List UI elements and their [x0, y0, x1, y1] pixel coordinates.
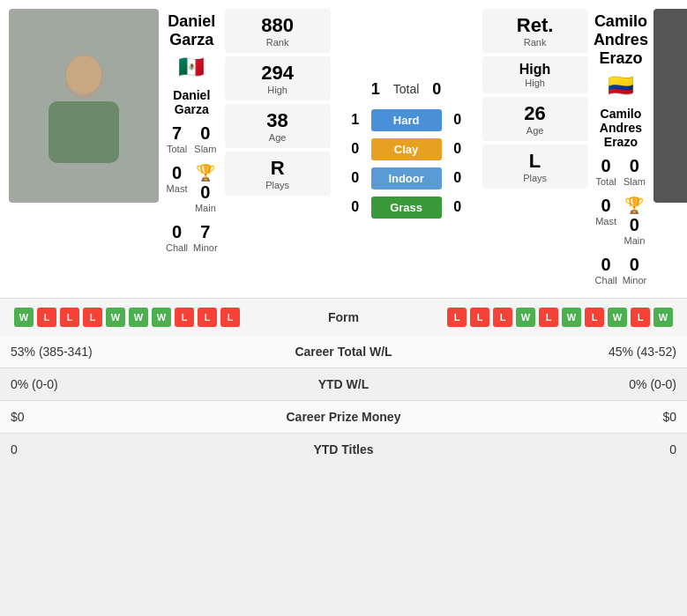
form-badge-right-2: L	[493, 308, 512, 327]
stat-right-0: 45% (43-52)	[446, 336, 687, 368]
right-rank-value: Ret.	[491, 14, 579, 37]
left-total-cell: 7 Total	[164, 120, 190, 158]
form-badge-right-5: W	[562, 308, 581, 327]
right-slam-label: Slam	[623, 176, 647, 187]
left-plays-stat: R Plays	[225, 152, 331, 196]
right-stats-grid: 0 Total 0 Slam 0 Mast 🏆 0 Main	[594, 152, 649, 289]
right-mast-cell: 0 Mast	[594, 192, 619, 249]
stat-left-3: 0	[0, 434, 241, 466]
right-slam-value: 0	[623, 156, 647, 176]
form-badge-left-3: L	[83, 308, 102, 327]
right-total-value: 0	[595, 156, 617, 176]
form-badge-left-7: L	[175, 308, 194, 327]
left-slam-cell: 0 Slam	[191, 120, 220, 158]
form-badge-left-4: W	[106, 308, 125, 327]
right-minor-label: Minor	[623, 275, 647, 286]
form-badge-right-0: L	[447, 308, 467, 327]
right-player-name: Camilo Andres Erazo	[594, 12, 649, 68]
stat-right-3: 0	[446, 434, 687, 466]
right-player-photo	[653, 9, 687, 203]
right-age-value: 26	[491, 102, 579, 125]
form-badge-left-8: L	[198, 308, 217, 327]
left-stats-grid: 7 Total 0 Slam 0 Mast 🏆 0 Main	[164, 120, 220, 256]
right-minor-cell: 0 Minor	[621, 251, 649, 289]
stat-label-0: Career Total W/L	[241, 336, 447, 368]
left-main-value: 0	[193, 182, 218, 203]
hard-button[interactable]: Hard	[371, 109, 442, 131]
grass-score-right: 0	[449, 199, 467, 215]
stats-table-row: $0 Career Prize Money $0	[0, 401, 687, 434]
right-total-label: Total	[595, 176, 617, 187]
left-rank-label: Rank	[234, 37, 322, 48]
form-badge-right-1: L	[470, 308, 489, 327]
left-player-name: Daniel Garza	[164, 12, 220, 49]
right-center-panel: Ret. Rank High High 26 Age L Plays	[482, 9, 588, 289]
indoor-score-left: 0	[347, 170, 364, 186]
right-rank-label: Rank	[491, 37, 579, 48]
right-high-value: High	[491, 62, 579, 78]
left-minor-value: 7	[193, 222, 218, 242]
indoor-button[interactable]: Indoor	[371, 167, 442, 189]
svg-rect-1	[49, 101, 119, 163]
left-mast-label: Mast	[166, 183, 188, 194]
total-score-right: 0	[428, 80, 445, 99]
left-chall-label: Chall	[166, 242, 188, 253]
left-chall-cell: 0 Chall	[164, 219, 190, 256]
stat-label-2: Career Prize Money	[241, 401, 447, 434]
left-high-value: 294	[234, 62, 322, 85]
left-player-flag: 🇲🇽	[178, 55, 205, 79]
left-chall-value: 0	[166, 222, 188, 242]
right-total-cell: 0 Total	[594, 152, 619, 190]
clay-score-left: 0	[347, 141, 364, 157]
right-age-stat: 26 Age	[482, 97, 588, 141]
form-label: Form	[309, 310, 379, 324]
form-badge-left-5: W	[129, 308, 148, 327]
total-score-left: 1	[367, 80, 385, 99]
form-badge-right-4: L	[539, 308, 558, 327]
total-label: Total	[393, 82, 420, 96]
right-minor-value: 0	[623, 255, 647, 275]
form-section: WLLLWWWLLL Form LLLWLWLWLW	[0, 298, 687, 336]
indoor-row: 0 Indoor 0	[347, 167, 467, 189]
right-plays-label: Plays	[491, 173, 579, 183]
stat-left-2: $0	[0, 401, 241, 434]
right-player-name-bottom: Camilo Andres Erazo	[594, 107, 649, 149]
left-player-name-bottom: Daniel Garza	[164, 88, 220, 116]
right-high-stat: High High	[482, 56, 588, 93]
indoor-score-right: 0	[449, 170, 467, 186]
right-plays-value: L	[491, 150, 579, 173]
left-trophy-icon: 🏆	[196, 163, 215, 182]
left-main-label: Main	[193, 203, 218, 213]
form-badge-left-1: L	[37, 308, 56, 327]
right-rank-stat: Ret. Rank	[482, 9, 588, 53]
grass-button[interactable]: Grass	[371, 197, 442, 219]
left-rank-value: 880	[234, 14, 322, 37]
left-plays-label: Plays	[234, 180, 322, 190]
stat-left-0: 53% (385-341)	[0, 336, 241, 368]
left-rank-stat: 880 Rank	[225, 9, 331, 53]
left-mast-value: 0	[166, 163, 188, 183]
svg-point-2	[66, 56, 101, 94]
form-badge-right-6: L	[585, 308, 604, 327]
clay-button[interactable]: Clay	[371, 138, 442, 160]
clay-score-right: 0	[449, 141, 467, 157]
hard-row: 1 Hard 0	[347, 109, 467, 131]
left-minor-cell: 7 Minor	[191, 219, 220, 256]
left-high-label: High	[234, 85, 322, 95]
form-badge-left-0: W	[14, 308, 34, 327]
right-main-label: Main	[623, 235, 647, 246]
right-slam-cell: 0 Slam	[621, 152, 649, 190]
grass-score-left: 0	[347, 199, 364, 215]
stat-label-1: YTD W/L	[241, 368, 447, 401]
stat-right-1: 0% (0-0)	[446, 368, 687, 401]
hard-score-left: 1	[347, 112, 364, 128]
left-total-label: Total	[166, 144, 188, 154]
left-main-cell: 🏆 0 Main	[191, 160, 220, 217]
total-row: 1 Total 0	[367, 80, 446, 99]
form-badge-left-2: L	[60, 308, 79, 327]
right-main-cell: 🏆 0 Main	[621, 192, 649, 249]
clay-row: 0 Clay 0	[347, 138, 467, 160]
left-plays-value: R	[234, 157, 322, 180]
grass-row: 0 Grass 0	[347, 197, 467, 219]
left-slam-label: Slam	[193, 144, 218, 154]
